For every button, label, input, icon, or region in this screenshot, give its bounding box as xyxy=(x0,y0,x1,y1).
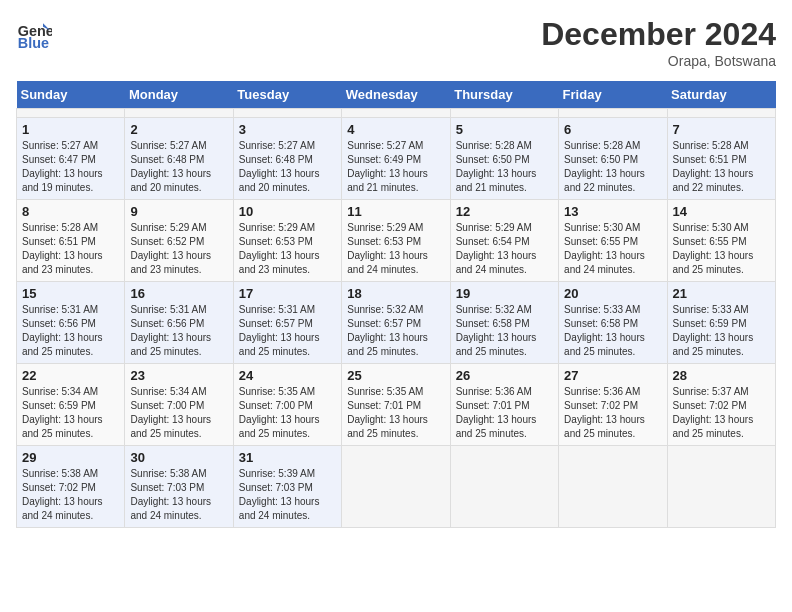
day-number: 6 xyxy=(564,122,661,137)
day-cell: 16Sunrise: 5:31 AM Sunset: 6:56 PM Dayli… xyxy=(125,282,233,364)
day-cell: 21Sunrise: 5:33 AM Sunset: 6:59 PM Dayli… xyxy=(667,282,775,364)
day-info: Sunrise: 5:34 AM Sunset: 6:59 PM Dayligh… xyxy=(22,385,119,441)
day-info: Sunrise: 5:35 AM Sunset: 7:01 PM Dayligh… xyxy=(347,385,444,441)
day-info: Sunrise: 5:36 AM Sunset: 7:01 PM Dayligh… xyxy=(456,385,553,441)
title-area: December 2024 Orapa, Botswana xyxy=(541,16,776,69)
day-number: 27 xyxy=(564,368,661,383)
day-number: 5 xyxy=(456,122,553,137)
day-number: 3 xyxy=(239,122,336,137)
day-cell: 4Sunrise: 5:27 AM Sunset: 6:49 PM Daylig… xyxy=(342,118,450,200)
day-number: 10 xyxy=(239,204,336,219)
day-cell xyxy=(450,109,558,118)
day-number: 15 xyxy=(22,286,119,301)
day-cell xyxy=(342,109,450,118)
day-cell xyxy=(342,446,450,528)
column-headers-row: SundayMondayTuesdayWednesdayThursdayFrid… xyxy=(17,81,776,109)
day-cell: 24Sunrise: 5:35 AM Sunset: 7:00 PM Dayli… xyxy=(233,364,341,446)
col-header-thursday: Thursday xyxy=(450,81,558,109)
day-info: Sunrise: 5:32 AM Sunset: 6:57 PM Dayligh… xyxy=(347,303,444,359)
day-cell xyxy=(233,109,341,118)
calendar-table: SundayMondayTuesdayWednesdayThursdayFrid… xyxy=(16,81,776,528)
day-info: Sunrise: 5:29 AM Sunset: 6:54 PM Dayligh… xyxy=(456,221,553,277)
day-number: 11 xyxy=(347,204,444,219)
day-info: Sunrise: 5:33 AM Sunset: 6:58 PM Dayligh… xyxy=(564,303,661,359)
day-number: 20 xyxy=(564,286,661,301)
day-number: 22 xyxy=(22,368,119,383)
day-info: Sunrise: 5:35 AM Sunset: 7:00 PM Dayligh… xyxy=(239,385,336,441)
week-row-1: 1Sunrise: 5:27 AM Sunset: 6:47 PM Daylig… xyxy=(17,118,776,200)
day-info: Sunrise: 5:30 AM Sunset: 6:55 PM Dayligh… xyxy=(564,221,661,277)
day-number: 18 xyxy=(347,286,444,301)
day-cell: 30Sunrise: 5:38 AM Sunset: 7:03 PM Dayli… xyxy=(125,446,233,528)
day-cell: 18Sunrise: 5:32 AM Sunset: 6:57 PM Dayli… xyxy=(342,282,450,364)
day-number: 29 xyxy=(22,450,119,465)
day-info: Sunrise: 5:36 AM Sunset: 7:02 PM Dayligh… xyxy=(564,385,661,441)
day-info: Sunrise: 5:27 AM Sunset: 6:48 PM Dayligh… xyxy=(130,139,227,195)
day-cell: 28Sunrise: 5:37 AM Sunset: 7:02 PM Dayli… xyxy=(667,364,775,446)
day-info: Sunrise: 5:29 AM Sunset: 6:53 PM Dayligh… xyxy=(239,221,336,277)
day-number: 21 xyxy=(673,286,770,301)
day-number: 14 xyxy=(673,204,770,219)
day-info: Sunrise: 5:31 AM Sunset: 6:57 PM Dayligh… xyxy=(239,303,336,359)
day-number: 7 xyxy=(673,122,770,137)
day-info: Sunrise: 5:28 AM Sunset: 6:50 PM Dayligh… xyxy=(456,139,553,195)
day-info: Sunrise: 5:28 AM Sunset: 6:50 PM Dayligh… xyxy=(564,139,661,195)
day-number: 13 xyxy=(564,204,661,219)
week-row-3: 15Sunrise: 5:31 AM Sunset: 6:56 PM Dayli… xyxy=(17,282,776,364)
logo: General Blue xyxy=(16,16,52,52)
day-number: 9 xyxy=(130,204,227,219)
day-cell xyxy=(559,109,667,118)
day-info: Sunrise: 5:27 AM Sunset: 6:48 PM Dayligh… xyxy=(239,139,336,195)
day-info: Sunrise: 5:31 AM Sunset: 6:56 PM Dayligh… xyxy=(22,303,119,359)
day-number: 12 xyxy=(456,204,553,219)
day-number: 8 xyxy=(22,204,119,219)
day-info: Sunrise: 5:37 AM Sunset: 7:02 PM Dayligh… xyxy=(673,385,770,441)
day-number: 24 xyxy=(239,368,336,383)
day-cell: 14Sunrise: 5:30 AM Sunset: 6:55 PM Dayli… xyxy=(667,200,775,282)
col-header-sunday: Sunday xyxy=(17,81,125,109)
logo-icon: General Blue xyxy=(16,16,52,52)
day-cell: 10Sunrise: 5:29 AM Sunset: 6:53 PM Dayli… xyxy=(233,200,341,282)
day-info: Sunrise: 5:38 AM Sunset: 7:03 PM Dayligh… xyxy=(130,467,227,523)
location: Orapa, Botswana xyxy=(541,53,776,69)
day-cell: 23Sunrise: 5:34 AM Sunset: 7:00 PM Dayli… xyxy=(125,364,233,446)
day-number: 1 xyxy=(22,122,119,137)
day-info: Sunrise: 5:32 AM Sunset: 6:58 PM Dayligh… xyxy=(456,303,553,359)
day-cell xyxy=(667,109,775,118)
day-cell: 8Sunrise: 5:28 AM Sunset: 6:51 PM Daylig… xyxy=(17,200,125,282)
week-row-4: 22Sunrise: 5:34 AM Sunset: 6:59 PM Dayli… xyxy=(17,364,776,446)
day-cell xyxy=(450,446,558,528)
week-row-0 xyxy=(17,109,776,118)
day-cell: 17Sunrise: 5:31 AM Sunset: 6:57 PM Dayli… xyxy=(233,282,341,364)
day-number: 19 xyxy=(456,286,553,301)
day-number: 31 xyxy=(239,450,336,465)
day-info: Sunrise: 5:33 AM Sunset: 6:59 PM Dayligh… xyxy=(673,303,770,359)
day-info: Sunrise: 5:28 AM Sunset: 6:51 PM Dayligh… xyxy=(22,221,119,277)
week-row-5: 29Sunrise: 5:38 AM Sunset: 7:02 PM Dayli… xyxy=(17,446,776,528)
day-number: 23 xyxy=(130,368,227,383)
page-header: General Blue December 2024 Orapa, Botswa… xyxy=(16,16,776,69)
day-cell: 1Sunrise: 5:27 AM Sunset: 6:47 PM Daylig… xyxy=(17,118,125,200)
col-header-saturday: Saturday xyxy=(667,81,775,109)
day-cell: 7Sunrise: 5:28 AM Sunset: 6:51 PM Daylig… xyxy=(667,118,775,200)
day-cell: 20Sunrise: 5:33 AM Sunset: 6:58 PM Dayli… xyxy=(559,282,667,364)
day-info: Sunrise: 5:39 AM Sunset: 7:03 PM Dayligh… xyxy=(239,467,336,523)
day-cell: 3Sunrise: 5:27 AM Sunset: 6:48 PM Daylig… xyxy=(233,118,341,200)
day-info: Sunrise: 5:29 AM Sunset: 6:53 PM Dayligh… xyxy=(347,221,444,277)
day-number: 16 xyxy=(130,286,227,301)
day-info: Sunrise: 5:31 AM Sunset: 6:56 PM Dayligh… xyxy=(130,303,227,359)
day-cell: 5Sunrise: 5:28 AM Sunset: 6:50 PM Daylig… xyxy=(450,118,558,200)
day-cell: 6Sunrise: 5:28 AM Sunset: 6:50 PM Daylig… xyxy=(559,118,667,200)
day-info: Sunrise: 5:34 AM Sunset: 7:00 PM Dayligh… xyxy=(130,385,227,441)
day-cell xyxy=(125,109,233,118)
day-cell: 15Sunrise: 5:31 AM Sunset: 6:56 PM Dayli… xyxy=(17,282,125,364)
day-cell: 26Sunrise: 5:36 AM Sunset: 7:01 PM Dayli… xyxy=(450,364,558,446)
svg-text:Blue: Blue xyxy=(18,35,49,51)
day-number: 25 xyxy=(347,368,444,383)
day-number: 4 xyxy=(347,122,444,137)
day-cell: 19Sunrise: 5:32 AM Sunset: 6:58 PM Dayli… xyxy=(450,282,558,364)
col-header-friday: Friday xyxy=(559,81,667,109)
day-info: Sunrise: 5:30 AM Sunset: 6:55 PM Dayligh… xyxy=(673,221,770,277)
day-number: 2 xyxy=(130,122,227,137)
day-cell: 12Sunrise: 5:29 AM Sunset: 6:54 PM Dayli… xyxy=(450,200,558,282)
